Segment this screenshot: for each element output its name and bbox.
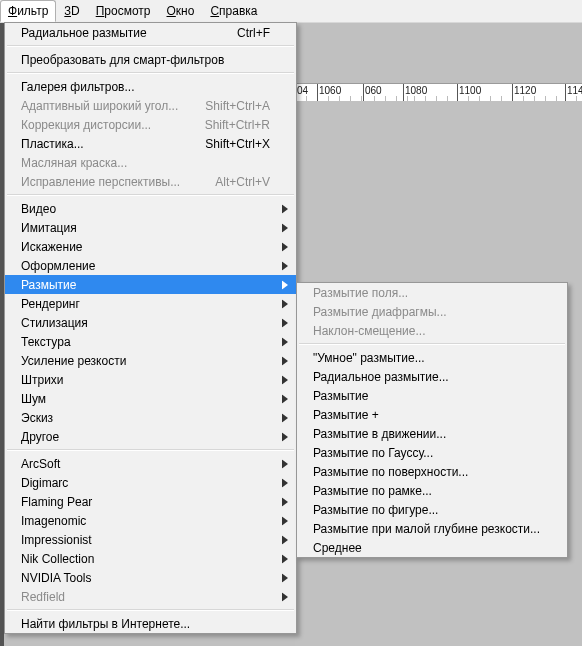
submenu-item-label: Размытие по поверхности... <box>313 465 468 479</box>
ruler-tick <box>512 84 513 102</box>
menu-item[interactable]: Imagenomic <box>5 511 296 530</box>
menubar-item-label: Фильтр <box>8 4 48 18</box>
ruler-tick <box>317 84 318 102</box>
menu-item-label: Имитация <box>21 221 77 235</box>
submenu-item[interactable]: Радиальное размытие... <box>297 367 567 386</box>
blur-submenu: Размытие поля...Размытие диафрагмы...Нак… <box>296 282 568 558</box>
menu-item-shortcut: Shift+Ctrl+X <box>205 137 270 151</box>
menu-item[interactable]: Другое <box>5 427 296 446</box>
menubar-item-3d[interactable]: 3D <box>56 0 87 22</box>
submenu-item-label: Наклон-смещение... <box>313 324 426 338</box>
menu-item-label: NVIDIA Tools <box>21 571 91 585</box>
menu-item[interactable]: Стилизация <box>5 313 296 332</box>
menubar-item-label: Справка <box>210 4 257 18</box>
menu-item[interactable]: Галерея фильтров... <box>5 77 296 96</box>
submenu-item-label: Размытие по Гауссу... <box>313 446 433 460</box>
menu-item-label: ArcSoft <box>21 457 60 471</box>
menu-item: Redfield <box>5 587 296 606</box>
menubar-item-фильтр[interactable]: Фильтр <box>0 0 56 22</box>
menu-item[interactable]: Размытие <box>5 275 296 294</box>
submenu-item[interactable]: Размытие при малой глубине резкости... <box>297 519 567 538</box>
ruler-tick <box>403 84 404 102</box>
menu-item-label: Галерея фильтров... <box>21 80 134 94</box>
menu-item-label: Imagenomic <box>21 514 86 528</box>
menu-item-label: Другое <box>21 430 59 444</box>
menu-item[interactable]: Искажение <box>5 237 296 256</box>
menu-item-shortcut: Ctrl+F <box>237 26 270 40</box>
submenu-item[interactable]: Размытие в движении... <box>297 424 567 443</box>
submenu-item[interactable]: Размытие по Гауссу... <box>297 443 567 462</box>
submenu-arrow-icon <box>282 573 288 582</box>
menu-separator <box>299 343 565 345</box>
submenu-arrow-icon <box>282 497 288 506</box>
menu-item[interactable]: Эскиз <box>5 408 296 427</box>
menu-item[interactable]: Штрихи <box>5 370 296 389</box>
submenu-item[interactable]: Среднее <box>297 538 567 557</box>
menu-item-label: Коррекция дисторсии... <box>21 118 151 132</box>
menu-item-label: Эскиз <box>21 411 53 425</box>
submenu-item-label: Размытие + <box>313 408 379 422</box>
menu-item-label: Redfield <box>21 590 65 604</box>
menubar-item-label: 3D <box>64 4 79 18</box>
menu-item-label: Видео <box>21 202 56 216</box>
submenu-arrow-icon <box>282 432 288 441</box>
submenu-arrow-icon <box>282 516 288 525</box>
menu-item-label: Найти фильтры в Интернете... <box>21 617 190 631</box>
menubar: Фильтр3DПросмотрОкноСправка <box>0 0 582 23</box>
menu-item[interactable]: Пластика...Shift+Ctrl+X <box>5 134 296 153</box>
menu-item[interactable]: Усиление резкости <box>5 351 296 370</box>
menu-item-label: Оформление <box>21 259 95 273</box>
menu-item[interactable]: ArcSoft <box>5 454 296 473</box>
submenu-item[interactable]: Размытие по поверхности... <box>297 462 567 481</box>
menu-item[interactable]: Impressionist <box>5 530 296 549</box>
menu-item[interactable]: NVIDIA Tools <box>5 568 296 587</box>
submenu-item-label: "Умное" размытие... <box>313 351 425 365</box>
submenu-arrow-icon <box>282 280 288 289</box>
menu-item[interactable]: Flaming Pear <box>5 492 296 511</box>
menu-separator <box>7 194 294 196</box>
menubar-item-справка[interactable]: Справка <box>202 0 265 22</box>
submenu-item[interactable]: Размытие <box>297 386 567 405</box>
ruler-label: 1060 <box>319 85 341 96</box>
ruler-label: 1100 <box>459 85 481 96</box>
menu-item[interactable]: Найти фильтры в Интернете... <box>5 614 296 633</box>
menu-item[interactable]: Видео <box>5 199 296 218</box>
submenu-arrow-icon <box>282 242 288 251</box>
submenu-item[interactable]: Размытие по фигуре... <box>297 500 567 519</box>
menu-separator <box>7 449 294 451</box>
submenu-arrow-icon <box>282 223 288 232</box>
submenu-item[interactable]: Размытие по рамке... <box>297 481 567 500</box>
menu-item-label: Nik Collection <box>21 552 94 566</box>
menu-item[interactable]: Nik Collection <box>5 549 296 568</box>
menu-item-label: Штрихи <box>21 373 64 387</box>
menubar-item-просмотр[interactable]: Просмотр <box>88 0 159 22</box>
menu-item[interactable]: Имитация <box>5 218 296 237</box>
submenu-arrow-icon <box>282 394 288 403</box>
menu-item[interactable]: Рендеринг <box>5 294 296 313</box>
ruler-tick <box>565 84 566 102</box>
menubar-item-label: Просмотр <box>96 4 151 18</box>
menu-item[interactable]: Digimarc <box>5 473 296 492</box>
ruler-label: 1120 <box>514 85 536 96</box>
menu-item[interactable]: Текстура <box>5 332 296 351</box>
submenu-item[interactable]: "Умное" размытие... <box>297 348 567 367</box>
menu-item-shortcut: Alt+Ctrl+V <box>215 175 270 189</box>
menu-item[interactable]: Оформление <box>5 256 296 275</box>
submenu-item[interactable]: Размытие + <box>297 405 567 424</box>
submenu-item-label: Размытие диафрагмы... <box>313 305 447 319</box>
menu-item-label: Преобразовать для смарт-фильтров <box>21 53 224 67</box>
menu-item-label: Размытие <box>21 278 76 292</box>
menu-item[interactable]: Радиальное размытиеCtrl+F <box>5 23 296 42</box>
submenu-item-label: Размытие в движении... <box>313 427 446 441</box>
submenu-item: Наклон-смещение... <box>297 321 567 340</box>
submenu-item: Размытие поля... <box>297 283 567 302</box>
menubar-item-окно[interactable]: Окно <box>159 0 203 22</box>
submenu-arrow-icon <box>282 592 288 601</box>
submenu-arrow-icon <box>282 318 288 327</box>
submenu-item-label: Среднее <box>313 541 362 555</box>
menu-item[interactable]: Преобразовать для смарт-фильтров <box>5 50 296 69</box>
submenu-item-label: Размытие по рамке... <box>313 484 432 498</box>
menu-item[interactable]: Шум <box>5 389 296 408</box>
submenu-item-label: Размытие поля... <box>313 286 408 300</box>
submenu-item-label: Размытие при малой глубине резкости... <box>313 522 540 536</box>
